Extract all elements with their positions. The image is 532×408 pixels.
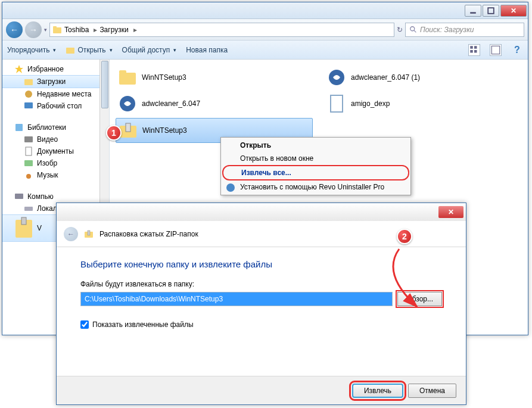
svg-marker-12 — [15, 65, 23, 73]
sidebar-libraries[interactable]: Библиотеки — [2, 122, 109, 133]
svg-rect-31 — [126, 123, 130, 132]
search-icon — [409, 26, 418, 34]
show-files-check[interactable] — [80, 320, 89, 329]
svg-rect-16 — [15, 124, 23, 131]
annotation-arrow — [346, 244, 429, 316]
dialog-back-button[interactable]: ← — [64, 227, 78, 241]
ctx-open-new[interactable]: Открыть в новом окне — [222, 152, 409, 165]
context-menu: Открыть Открыть в новом окне Извлечь все… — [220, 137, 411, 195]
svg-rect-17 — [24, 136, 33, 142]
svg-rect-10 — [474, 50, 477, 53]
history-dropdown-icon[interactable]: ▾ — [44, 27, 47, 33]
back-button[interactable]: ← — [6, 21, 23, 38]
search-input[interactable]: Поиск: Загрузки — [405, 23, 524, 37]
refresh-icon[interactable]: ↻ — [397, 26, 403, 34]
svg-point-14 — [25, 91, 32, 98]
organize-menu[interactable]: Упорядочить — [7, 46, 56, 54]
file-item[interactable]: amigo_dexp — [325, 92, 522, 116]
minimize-button[interactable] — [465, 5, 481, 17]
extract-button[interactable]: Извлечь — [352, 384, 403, 398]
svg-rect-18 — [26, 147, 32, 155]
close-button[interactable]: ✕ — [500, 5, 527, 17]
ctx-open[interactable]: Открыть — [222, 139, 409, 152]
ctx-revo[interactable]: Установить с помощью Revo Uninstaller Pr… — [222, 180, 409, 194]
svg-rect-15 — [24, 102, 33, 108]
svg-rect-34 — [88, 231, 90, 235]
svg-rect-19 — [24, 160, 33, 166]
zip-folder-icon — [84, 229, 94, 239]
svg-rect-25 — [119, 73, 136, 85]
file-item[interactable]: adwcleaner_6.047 (1) — [325, 66, 522, 89]
sidebar-computer[interactable]: Компью — [2, 191, 109, 203]
forward-button[interactable]: → — [25, 21, 42, 38]
file-item[interactable]: WinNTSetup3 — [116, 66, 313, 89]
svg-point-32 — [226, 183, 235, 192]
svg-rect-3 — [53, 26, 57, 28]
svg-rect-11 — [491, 46, 500, 54]
svg-rect-9 — [470, 50, 473, 53]
navbar: ← → ▾ Toshiba Загрузки ↻ Поиск: Загрузки — [2, 19, 528, 41]
sidebar-recent[interactable]: Недавние места — [2, 88, 109, 100]
file-item[interactable]: adwcleaner_6.047 — [116, 92, 313, 116]
cancel-button[interactable]: Отмена — [408, 384, 456, 398]
preview-button[interactable] — [490, 44, 502, 56]
step-badge-1: 1 — [106, 125, 122, 141]
open-menu[interactable]: Открыть — [66, 45, 112, 55]
toolbar: Упорядочить Открыть Общий доступ Новая п… — [2, 41, 528, 60]
share-menu[interactable]: Общий доступ — [122, 46, 177, 54]
search-placeholder: Поиск: Загрузки — [420, 26, 474, 34]
svg-rect-24 — [21, 217, 26, 225]
folder-icon — [52, 25, 62, 35]
svg-rect-13 — [24, 79, 33, 85]
help-button[interactable]: ? — [511, 44, 523, 56]
svg-rect-22 — [24, 207, 33, 211]
ctx-extract-all[interactable]: Извлечь все... — [222, 165, 409, 180]
sidebar-documents[interactable]: Документы — [2, 145, 109, 157]
svg-rect-29 — [331, 95, 343, 112]
folder-icon — [66, 45, 75, 55]
svg-rect-7 — [470, 46, 473, 49]
svg-rect-2 — [53, 27, 61, 33]
svg-rect-26 — [119, 70, 126, 74]
svg-rect-1 — [488, 8, 494, 14]
svg-rect-6 — [66, 48, 74, 54]
maximize-button[interactable] — [483, 5, 499, 17]
sidebar-favorites[interactable]: Избранное — [2, 63, 109, 75]
svg-rect-21 — [15, 194, 23, 199]
show-files-checkbox[interactable]: Показать извлеченные файлы — [80, 320, 442, 329]
dialog-titlebar: ✕ — [57, 203, 466, 221]
sidebar-desktop[interactable]: Рабочий стол — [2, 100, 109, 112]
dialog-close-button[interactable]: ✕ — [438, 206, 463, 218]
breadcrumb[interactable]: Загрузки — [99, 26, 136, 34]
svg-rect-8 — [474, 46, 477, 49]
dialog-footer: Извлечь Отмена — [57, 376, 466, 404]
newfolder-button[interactable]: Новая папка — [186, 46, 228, 54]
sidebar-downloads[interactable]: Загрузки — [2, 75, 109, 88]
sidebar-music[interactable]: Музык — [2, 169, 109, 181]
svg-point-4 — [410, 26, 415, 30]
view-button[interactable] — [468, 44, 480, 56]
titlebar: ✕ — [2, 2, 528, 19]
svg-point-20 — [26, 174, 31, 179]
breadcrumb[interactable]: Toshiba — [64, 26, 97, 34]
dialog-title: Распаковка сжатых ZIP-папок — [99, 230, 198, 238]
address-bar[interactable]: Toshiba Загрузки — [49, 23, 394, 37]
revo-icon — [226, 183, 235, 192]
svg-line-5 — [414, 30, 416, 32]
sidebar-images[interactable]: Изобр — [2, 157, 109, 169]
sidebar-video[interactable]: Видео — [2, 133, 109, 145]
step-badge-2: 2 — [397, 229, 412, 244]
